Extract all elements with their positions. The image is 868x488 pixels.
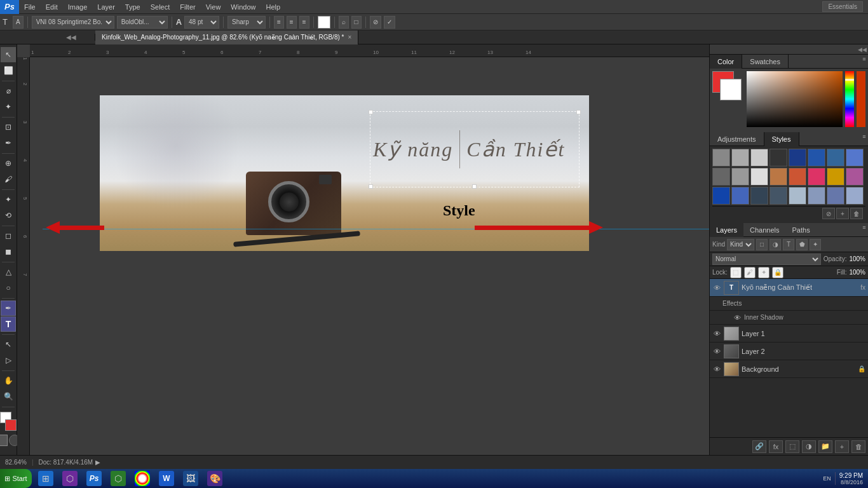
- tab-styles[interactable]: Styles: [764, 132, 799, 146]
- collapse-btn[interactable]: ◀◀: [48, 34, 95, 41]
- styles-delete-btn[interactable]: 🗑: [850, 208, 863, 219]
- crop-tool[interactable]: ⊡: [1, 119, 16, 135]
- kind-select[interactable]: Kind: [727, 239, 754, 250]
- style-swatch[interactable]: [808, 168, 825, 186]
- rectangular-marquee-tool[interactable]: ⬜: [1, 63, 16, 78]
- taskbar-app-chrome[interactable]: [131, 470, 154, 487]
- style-swatch[interactable]: [750, 168, 768, 186]
- font-style-toggle[interactable]: A: [13, 16, 24, 29]
- style-swatch[interactable]: [808, 187, 825, 205]
- tab-channels[interactable]: Channels: [743, 223, 785, 237]
- layer-effects-group[interactable]: Effects: [710, 297, 868, 311]
- style-swatch[interactable]: [846, 187, 864, 205]
- text-tool-indicator[interactable]: T: [3, 17, 8, 27]
- tab-layers[interactable]: Layers: [710, 223, 743, 237]
- layer-visibility-2[interactable]: 👁: [712, 347, 721, 356]
- align-left-btn[interactable]: ≡: [274, 16, 284, 29]
- taskbar-app-word[interactable]: W: [155, 470, 178, 487]
- aa-mode-select[interactable]: Sharp: [227, 16, 266, 29]
- font-style-select[interactable]: BoldObl...: [117, 16, 168, 29]
- align-right-btn[interactable]: ≡: [299, 16, 309, 29]
- transform-btn[interactable]: □: [351, 16, 362, 29]
- style-swatch[interactable]: [712, 168, 730, 186]
- style-swatch[interactable]: [846, 168, 864, 186]
- menu-layer[interactable]: Layer: [92, 0, 120, 13]
- layer-inner-shadow[interactable]: 👁 Inner Shadow: [710, 311, 868, 325]
- history-brush-tool[interactable]: ⟲: [1, 208, 16, 223]
- style-swatch[interactable]: [770, 149, 787, 166]
- layer-item-text[interactable]: 👁 T Kyõ naẽng Caàn Thiết fx: [710, 279, 868, 297]
- style-swatch[interactable]: [789, 187, 806, 205]
- style-swatch[interactable]: [827, 187, 844, 205]
- taskbar-app-app3[interactable]: ⬡: [107, 470, 130, 487]
- move-tool[interactable]: ↖: [1, 47, 16, 62]
- menu-view[interactable]: View: [201, 0, 226, 13]
- layer-item-background[interactable]: 👁 Background 🔒: [710, 360, 868, 378]
- new-group-btn[interactable]: 📁: [818, 440, 832, 453]
- filter-type-btn[interactable]: T: [783, 239, 794, 250]
- tab-adjustments[interactable]: Adjustments: [710, 132, 764, 146]
- zoom-tool[interactable]: 🔍: [1, 389, 16, 404]
- style-swatch[interactable]: [846, 149, 864, 166]
- filter-smart-btn[interactable]: ✦: [810, 239, 821, 250]
- gradient-tool[interactable]: ◼: [1, 244, 16, 259]
- tab-color[interactable]: Color: [710, 55, 742, 69]
- menu-window[interactable]: Window: [226, 0, 261, 13]
- menu-select[interactable]: Select: [146, 0, 175, 13]
- style-swatch[interactable]: [731, 149, 749, 166]
- menu-filter[interactable]: Filter: [175, 0, 200, 13]
- status-arrow[interactable]: ▶: [95, 459, 100, 466]
- style-swatch[interactable]: [750, 149, 768, 166]
- style-swatch[interactable]: [827, 168, 844, 186]
- style-swatch[interactable]: [712, 187, 730, 205]
- new-adjustment-btn[interactable]: ◑: [802, 440, 816, 453]
- lock-transparent-btn[interactable]: ⬚: [730, 267, 742, 278]
- clone-stamp-tool[interactable]: ✦: [1, 192, 16, 207]
- style-swatch[interactable]: [789, 149, 806, 166]
- style-swatch[interactable]: [731, 168, 749, 186]
- style-swatch[interactable]: [770, 168, 787, 186]
- font-family-select[interactable]: VNI 08 Springtime2 Bo...: [32, 16, 114, 29]
- taskbar-app-app7[interactable]: 🎨: [203, 470, 226, 487]
- tab-paths[interactable]: Paths: [786, 223, 817, 237]
- style-swatch[interactable]: [731, 187, 749, 205]
- pen-tool[interactable]: ✒: [1, 301, 16, 316]
- blur-tool[interactable]: △: [1, 264, 16, 280]
- style-swatch[interactable]: [789, 168, 806, 186]
- hand-tool[interactable]: ✋: [1, 373, 16, 388]
- layer-item-2[interactable]: 👁 Layer 2: [710, 342, 868, 360]
- taskbar-app-vs[interactable]: ⬡: [58, 470, 81, 487]
- new-layer-btn[interactable]: +: [835, 440, 849, 453]
- menu-type[interactable]: Type: [120, 0, 146, 13]
- font-size-select[interactable]: 48 pt: [184, 16, 219, 29]
- quick-select-tool[interactable]: ✦: [1, 99, 16, 114]
- style-swatch[interactable]: [827, 149, 844, 166]
- filter-adj-btn[interactable]: ◑: [770, 239, 781, 250]
- panel-collapse-btn[interactable]: ◀◀: [858, 46, 867, 53]
- add-mask-btn[interactable]: ⬚: [785, 440, 799, 453]
- brush-tool[interactable]: 🖌: [1, 172, 16, 187]
- standard-mode[interactable]: [0, 435, 8, 446]
- layer-visibility-shadow[interactable]: 👁: [733, 313, 742, 322]
- filter-pixel-btn[interactable]: □: [756, 239, 768, 250]
- essentials-dropdown[interactable]: Essentials: [822, 1, 863, 12]
- start-button[interactable]: ⊞ Start: [0, 469, 32, 488]
- lock-image-btn[interactable]: 🖌: [744, 267, 756, 278]
- cancel-btn[interactable]: ⊘: [370, 16, 381, 29]
- dodge-tool[interactable]: ○: [1, 280, 16, 295]
- lasso-tool[interactable]: ⌀: [1, 83, 16, 98]
- warp-text-btn[interactable]: ⌕: [339, 16, 349, 29]
- styles-new-btn[interactable]: +: [836, 208, 849, 219]
- layer-visibility-1[interactable]: 👁: [712, 329, 721, 338]
- background-color[interactable]: [5, 419, 17, 431]
- shape-tool[interactable]: ▷: [1, 353, 16, 368]
- panel-menu-btn[interactable]: ≡: [860, 55, 868, 64]
- layers-menu-btn[interactable]: ≡: [860, 223, 868, 232]
- hue-slider[interactable]: [845, 71, 854, 127]
- color-spectrum[interactable]: [747, 71, 843, 127]
- layer-visibility-text[interactable]: 👁: [712, 283, 721, 292]
- tab-swatches[interactable]: Swatches: [742, 55, 789, 69]
- type-tool[interactable]: T: [1, 316, 16, 332]
- style-swatch[interactable]: [770, 187, 787, 205]
- layer-item-1[interactable]: 👁 Layer 1: [710, 325, 868, 342]
